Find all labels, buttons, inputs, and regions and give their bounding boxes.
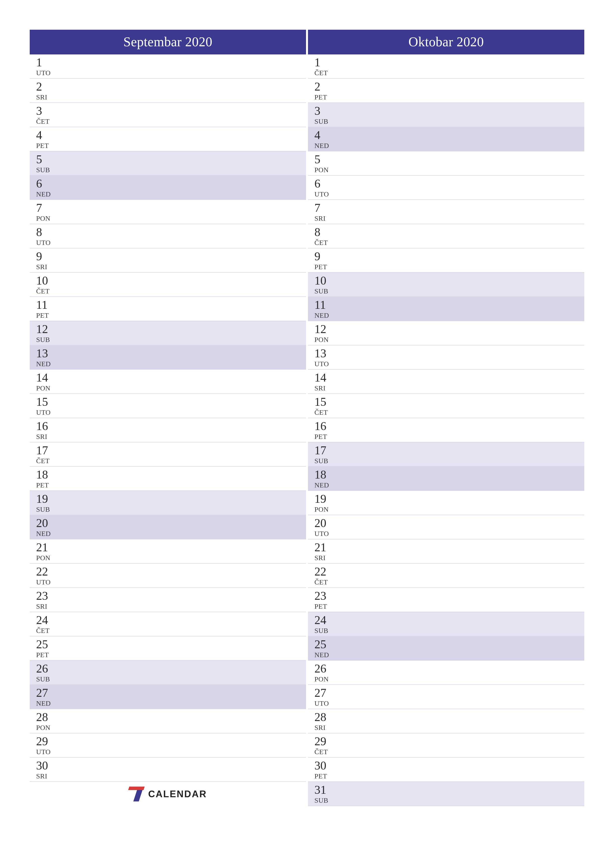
day-number: 10 (36, 274, 306, 287)
day-row: 23SRI (30, 588, 306, 612)
day-abbr: PON (314, 166, 584, 174)
day-number: 25 (314, 638, 584, 651)
day-row: 13UTO (308, 346, 584, 370)
day-abbr: SRI (36, 263, 306, 271)
day-abbr: PON (36, 554, 306, 562)
day-number: 5 (36, 153, 306, 166)
day-number: 15 (314, 396, 584, 408)
day-row: 24SUB (308, 612, 584, 636)
day-number: 30 (314, 760, 584, 772)
day-row: 25NED (308, 636, 584, 661)
day-row: 9PET (308, 248, 584, 273)
day-abbr: UTO (314, 360, 584, 368)
day-abbr: UTO (314, 530, 584, 538)
day-abbr: PON (36, 384, 306, 392)
day-row: 14PON (30, 370, 306, 394)
day-number: 3 (314, 105, 584, 117)
day-number: 9 (36, 250, 306, 262)
day-number: 2 (36, 81, 306, 93)
day-row: 30PET (308, 758, 584, 782)
day-number: 26 (314, 662, 584, 675)
day-abbr: UTO (36, 578, 306, 586)
day-abbr: SRI (36, 93, 306, 101)
day-row: 19PON (308, 491, 584, 515)
day-row: 27NED (30, 685, 306, 709)
day-number: 21 (314, 541, 584, 553)
day-abbr: PON (36, 214, 306, 222)
day-abbr: SRI (36, 433, 306, 441)
day-abbr: SUB (314, 797, 584, 804)
day-number: 12 (36, 323, 306, 335)
day-abbr: NED (314, 142, 584, 150)
day-number: 16 (314, 420, 584, 432)
day-row: 21SRI (308, 539, 584, 564)
day-row: 3ČET (30, 103, 306, 127)
day-number: 17 (36, 444, 306, 457)
day-abbr: UTO (314, 190, 584, 198)
month-header: Septembar 2020 (30, 30, 306, 54)
day-row: 21PON (30, 539, 306, 564)
day-row: 20NED (30, 515, 306, 539)
day-number: 25 (36, 638, 306, 651)
day-abbr: SRI (314, 214, 584, 222)
day-row: 5SUB (30, 152, 306, 176)
day-row: 1ČET (308, 54, 584, 79)
day-number: 20 (314, 517, 584, 529)
day-abbr: UTO (36, 239, 306, 247)
day-row: 2PET (308, 79, 584, 103)
day-row: 12PON (308, 321, 584, 346)
day-abbr: NED (36, 699, 306, 707)
day-row: 10SUB (308, 273, 584, 297)
day-number: 31 (314, 784, 584, 796)
day-abbr: PET (314, 603, 584, 611)
day-number: 12 (314, 323, 584, 335)
day-number: 6 (36, 177, 306, 190)
day-row: 4PET (30, 127, 306, 152)
day-number: 7 (36, 202, 306, 214)
day-number: 3 (36, 105, 306, 117)
day-number: 27 (36, 687, 306, 699)
day-abbr: SRI (36, 603, 306, 611)
day-row: 28PON (30, 709, 306, 733)
day-row: 8ČET (308, 224, 584, 248)
day-row: 20UTO (308, 515, 584, 539)
day-number: 14 (314, 371, 584, 384)
day-number: 23 (314, 590, 584, 602)
day-number: 4 (314, 129, 584, 141)
day-number: 9 (314, 250, 584, 262)
day-number: 11 (36, 299, 306, 311)
day-row: 13NED (30, 346, 306, 370)
day-row: 5PON (308, 152, 584, 176)
day-abbr: ČET (314, 69, 584, 77)
day-abbr: NED (314, 481, 584, 489)
day-row: 31SUB (308, 782, 584, 806)
day-abbr: UTO (36, 69, 306, 77)
day-number: 29 (36, 735, 306, 747)
day-abbr: UTO (36, 748, 306, 756)
day-row: 1UTO (30, 54, 306, 79)
day-abbr: SRI (314, 724, 584, 732)
day-number: 24 (36, 614, 306, 626)
day-number: 22 (314, 566, 584, 578)
day-number: 18 (36, 468, 306, 481)
day-abbr: SUB (36, 166, 306, 174)
day-number: 22 (36, 566, 306, 578)
day-abbr: PET (36, 651, 306, 659)
day-row: 28SRI (308, 709, 584, 733)
day-row: 22ČET (308, 564, 584, 588)
month-column-right: Oktobar 2020 1ČET2PET3SUB4NED5PON6UTO7SR… (308, 30, 584, 806)
day-abbr: SRI (36, 772, 306, 780)
day-number: 8 (314, 226, 584, 238)
day-abbr: SUB (314, 457, 584, 465)
day-number: 19 (36, 493, 306, 505)
day-abbr: SUB (314, 627, 584, 635)
day-abbr: SUB (314, 118, 584, 126)
day-row: 7SRI (308, 200, 584, 224)
day-number: 20 (36, 517, 306, 529)
day-number: 21 (36, 541, 306, 553)
day-number: 1 (36, 56, 306, 68)
day-row: 2SRI (30, 79, 306, 103)
day-row: 17ČET (30, 442, 306, 467)
day-abbr: ČET (314, 578, 584, 586)
day-abbr: NED (36, 360, 306, 368)
